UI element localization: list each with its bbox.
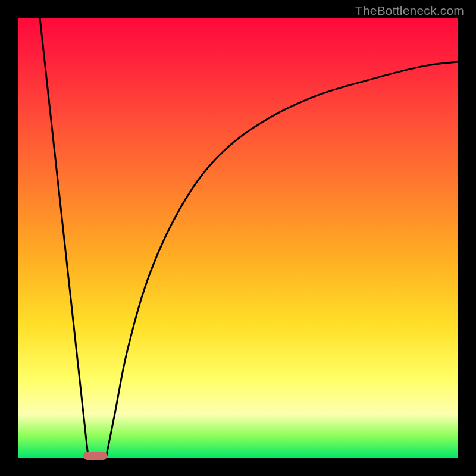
curve-left — [40, 18, 88, 458]
curve-right — [106, 62, 458, 458]
bottleneck-marker — [83, 452, 107, 460]
plot-area — [18, 18, 458, 458]
watermark-text: TheBottleneck.com — [355, 4, 464, 18]
chart-frame: TheBottleneck.com — [0, 0, 476, 476]
bottleneck-curve — [18, 18, 458, 458]
